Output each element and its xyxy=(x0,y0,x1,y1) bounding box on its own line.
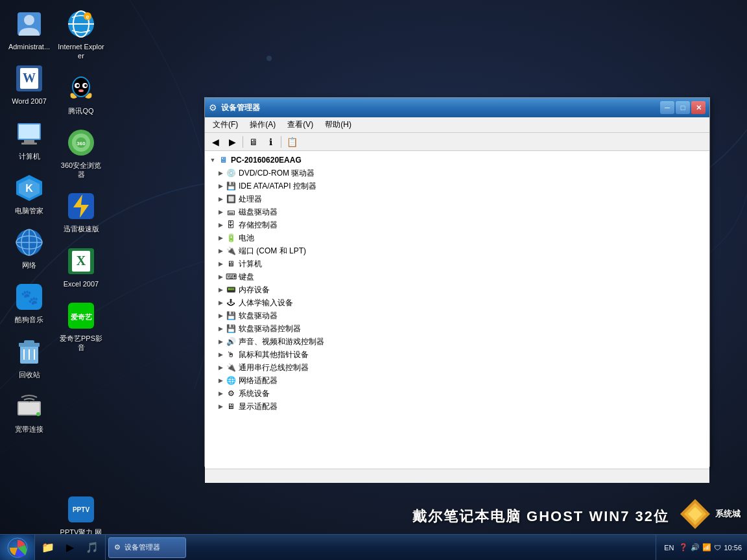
tray-security-icon[interactable]: 🛡 xyxy=(714,544,721,552)
icon-administrator[interactable]: Administrat... xyxy=(3,3,55,56)
tree-item-usb[interactable]: ▶ 🔌 通用串行总线控制器 xyxy=(215,361,709,374)
ide-expand[interactable]: ▶ xyxy=(215,181,226,191)
window-titlebar[interactable]: ⚙ 设备管理器 ─ □ ✕ xyxy=(205,98,709,117)
quicklaunch-music[interactable]: 🎵 xyxy=(82,537,102,558)
window-content: ▼ 🖥 PC-20160620EAAG ▶ 💿 DVD/CD-ROM 驱动器 ▶… xyxy=(205,151,709,469)
keyboard-expand[interactable]: ▶ xyxy=(215,272,226,282)
thunder-label: 迅雷极速版 xyxy=(64,224,99,233)
iqiyi-icon: 爱奇艺 xyxy=(65,300,97,331)
tree-item-cpu[interactable]: ▶ 🔲 处理器 xyxy=(215,192,709,205)
taskbar-item-devmgr[interactable]: ⚙ 设备管理器 xyxy=(108,537,186,558)
usb-expand[interactable]: ▶ xyxy=(215,362,226,373)
tray-help-icon[interactable]: ❓ xyxy=(679,543,688,552)
taskbar-clock[interactable]: 10:56 xyxy=(724,544,742,552)
tree-root[interactable]: ▼ 🖥 PC-20160620EAAG xyxy=(205,154,709,167)
dvd-icon: 💿 xyxy=(226,168,236,178)
start-button[interactable] xyxy=(0,535,35,561)
icon-pc-manager[interactable]: K 电脑管家 xyxy=(3,167,55,220)
minimize-button[interactable]: ─ xyxy=(660,101,674,114)
sys-icon: ⚙ xyxy=(226,388,236,399)
icon-word2007[interactable]: W Word 2007 xyxy=(3,58,55,111)
icon-recycle[interactable]: 回收站 xyxy=(3,331,55,384)
keyboard-label: 键盘 xyxy=(239,272,254,283)
icon-ie[interactable]: e Internet Explorer xyxy=(55,3,107,66)
close-button[interactable]: ✕ xyxy=(691,101,706,114)
tree-item-memory[interactable]: ▶ 📟 内存设备 xyxy=(215,283,709,296)
device-tree: ▼ 🖥 PC-20160620EAAG ▶ 💿 DVD/CD-ROM 驱动器 ▶… xyxy=(205,151,709,415)
tree-item-system[interactable]: ▶ ⚙ 系统设备 xyxy=(215,387,709,400)
display-expand[interactable]: ▶ xyxy=(215,401,226,412)
tree-item-display[interactable]: ▶ 🖥 显示适配器 xyxy=(215,400,709,413)
360-label: 360安全浏览器 xyxy=(58,161,104,180)
tree-item-ide[interactable]: ▶ 💾 IDE ATA/ATAPI 控制器 xyxy=(215,180,709,192)
storage-expand[interactable]: ▶ xyxy=(215,220,226,230)
dvd-expand[interactable]: ▶ xyxy=(215,168,226,178)
battery-expand[interactable]: ▶ xyxy=(215,233,226,243)
computer2-expand[interactable]: ▶ xyxy=(215,259,226,269)
icon-broadband[interactable]: 宽带连接 xyxy=(3,386,55,439)
mouse-expand[interactable]: ▶ xyxy=(215,349,226,360)
floppy-icon: 💾 xyxy=(226,310,236,321)
icon-kkbox[interactable]: 🐾 酷狗音乐 xyxy=(3,276,55,329)
svg-rect-9 xyxy=(21,143,37,145)
sys-expand[interactable]: ▶ xyxy=(215,388,226,399)
tree-item-storage[interactable]: ▶ 🗄 存储控制器 xyxy=(215,218,709,231)
port-icon: 🔌 xyxy=(226,246,236,256)
toolbar-info[interactable]: ℹ xyxy=(263,135,278,149)
toolbar-sep1 xyxy=(243,136,243,148)
icon-network[interactable]: 网络 xyxy=(3,222,55,275)
menu-file[interactable]: 文件(F) xyxy=(208,118,243,132)
tree-item-port[interactable]: ▶ 🔌 端口 (COM 和 LPT) xyxy=(215,244,709,257)
tree-root-label: PC-20160620EAAG xyxy=(231,156,302,165)
floppy2-expand[interactable]: ▶ xyxy=(215,323,226,334)
floppy-expand[interactable]: ▶ xyxy=(215,310,226,321)
usb-icon: 🔌 xyxy=(226,362,236,373)
tray-network-icon[interactable]: 📶 xyxy=(702,543,711,552)
tree-item-network[interactable]: ▶ 🌐 网络适配器 xyxy=(215,374,709,387)
tree-item-battery[interactable]: ▶ 🔋 电池 xyxy=(215,231,709,244)
port-expand[interactable]: ▶ xyxy=(215,246,226,256)
computer2-label: 计算机 xyxy=(239,259,262,270)
toolbar-forward[interactable]: ▶ xyxy=(224,135,240,149)
brand-watermark: 戴尔笔记本电脑 GHOST WIN7 32位 xyxy=(412,507,669,526)
icon-360[interactable]: 360 360安全浏览器 xyxy=(55,122,107,185)
quicklaunch-explorer[interactable]: 📁 xyxy=(38,537,58,558)
icon-thunder[interactable]: 迅雷极速版 xyxy=(55,185,107,239)
net-expand[interactable]: ▶ xyxy=(215,375,226,386)
tree-item-floppy[interactable]: ▶ 💾 软盘驱动器 xyxy=(215,309,709,322)
floppy-label: 软盘驱动器 xyxy=(239,310,278,321)
tree-root-expand[interactable]: ▼ xyxy=(208,155,218,165)
toolbar-back[interactable]: ◀ xyxy=(208,135,223,149)
toolbar-properties[interactable]: 📋 xyxy=(284,135,300,149)
tree-item-floppy2[interactable]: ▶ 💾 软盘驱动器控制器 xyxy=(215,322,709,335)
memory-expand[interactable]: ▶ xyxy=(215,285,226,295)
computer2-icon: 🖥 xyxy=(226,259,236,269)
tree-item-sound[interactable]: ▶ 🔊 声音、视频和游戏控制器 xyxy=(215,335,709,348)
tree-item-dvd[interactable]: ▶ 💿 DVD/CD-ROM 驱动器 xyxy=(215,167,709,180)
tree-item-keyboard[interactable]: ▶ ⌨ 键盘 xyxy=(215,270,709,283)
tree-item-disk[interactable]: ▶ 🖴 磁盘驱动器 xyxy=(215,205,709,218)
quicklaunch-media[interactable]: ▶ xyxy=(60,537,80,558)
svg-point-39 xyxy=(77,84,79,87)
tray-en[interactable]: EN xyxy=(661,542,676,553)
tree-item-mouse[interactable]: ▶ 🖱 鼠标和其他指针设备 xyxy=(215,348,709,361)
icon-computer[interactable]: 计算机 xyxy=(3,113,55,166)
maximize-button[interactable]: □ xyxy=(676,101,690,114)
hid-expand[interactable]: ▶ xyxy=(215,298,226,308)
cpu-icon: 🔲 xyxy=(226,194,236,204)
memory-label: 内存设备 xyxy=(239,285,270,296)
menu-view[interactable]: 查看(V) xyxy=(282,118,318,132)
disk-expand[interactable]: ▶ xyxy=(215,207,226,217)
icon-qq[interactable]: 腾讯QQ xyxy=(55,67,107,121)
cpu-expand[interactable]: ▶ xyxy=(215,194,226,204)
icon-iqiyi[interactable]: 爱奇艺 爱奇艺PPS影音 xyxy=(55,295,107,358)
toolbar-computer[interactable]: 🖥 xyxy=(246,135,261,149)
tree-item-hid[interactable]: ▶ 🕹 人体学输入设备 xyxy=(215,296,709,309)
menu-help[interactable]: 帮助(H) xyxy=(320,118,357,132)
sound-expand[interactable]: ▶ xyxy=(215,336,226,347)
menu-action[interactable]: 操作(A) xyxy=(244,118,281,132)
icon-excel2007[interactable]: X Excel 2007 xyxy=(55,240,107,294)
tray-volume-icon[interactable]: 🔊 xyxy=(691,543,700,552)
cpu-label: 处理器 xyxy=(239,194,262,205)
tree-item-computer[interactable]: ▶ 🖥 计算机 xyxy=(215,257,709,270)
